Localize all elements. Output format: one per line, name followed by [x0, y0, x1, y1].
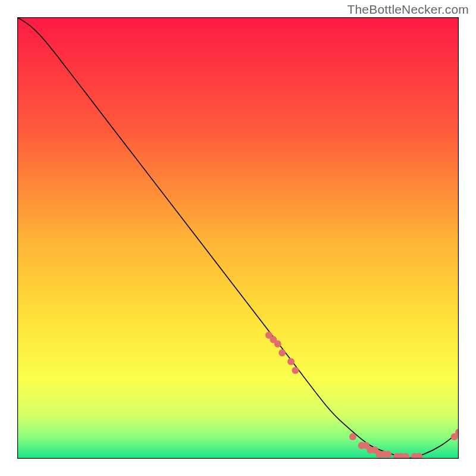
- data-point: [278, 349, 286, 356]
- chart-container: TheBottleNecker.com: [0, 0, 476, 476]
- plot-area: [17, 17, 459, 459]
- data-point: [274, 340, 281, 347]
- data-point: [384, 451, 392, 458]
- data-point: [287, 358, 295, 365]
- chart-svg: [17, 17, 459, 459]
- watermark-text: TheBottleNecker.com: [347, 2, 469, 17]
- gradient-background: [17, 17, 459, 459]
- data-point: [292, 367, 299, 374]
- data-point: [349, 433, 356, 440]
